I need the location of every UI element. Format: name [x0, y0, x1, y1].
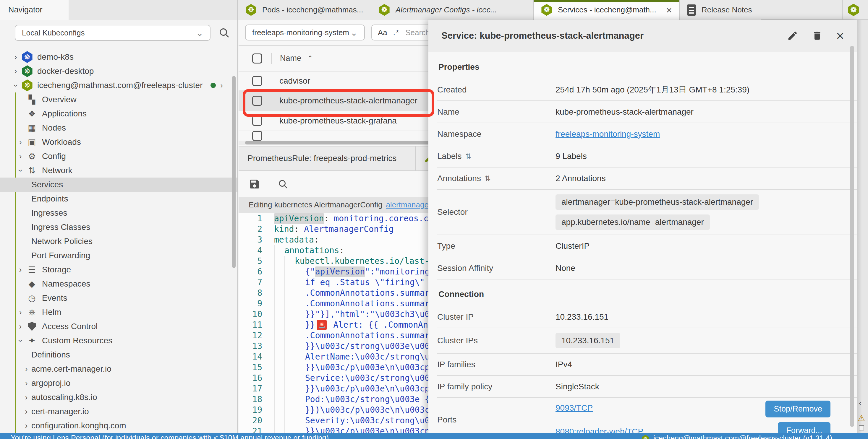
warning-icon[interactable]: ⚠: [858, 413, 865, 423]
indent-guide: [295, 426, 305, 433]
sidebar-item-namespaces[interactable]: ◆Namespaces: [0, 277, 238, 291]
sidebar-item-events[interactable]: ◷Events: [0, 291, 238, 305]
indent-guide: [274, 405, 284, 415]
stop-remove-button[interactable]: Stop/Remove: [766, 401, 831, 417]
chevron-down-icon: ⌄: [350, 28, 358, 38]
indent-guide: [274, 277, 284, 288]
tab-alertmanager-configs-icec[interactable]: ☸Alertmanager Configs - icec...: [371, 0, 534, 20]
row-checkbox[interactable]: [252, 76, 262, 86]
detail-row-ip-families: IP familiesIPv4: [437, 353, 857, 376]
sidebar-item-overview[interactable]: ▚Overview: [0, 93, 238, 107]
helm-icon: ⎈: [25, 307, 38, 317]
value-badge: alertmanager=kube-prometheus-stack-alert…: [556, 194, 759, 210]
line-number: 18: [239, 394, 274, 405]
tab-fragment[interactable]: ☸: [842, 0, 860, 20]
sidebar-item-services[interactable]: Services: [0, 177, 238, 192]
kubernetes-icon: ☸: [21, 79, 33, 91]
sidebar-item-acme-cert-manager-io[interactable]: ›acme.cert-manager.io: [0, 362, 238, 376]
detail-row-ip-family-policy: IP family policySingleStack: [437, 376, 857, 398]
sidebar-item-ingress-classes[interactable]: Ingress Classes: [0, 220, 238, 234]
line-number: 7: [239, 277, 274, 288]
row-checkbox[interactable]: [252, 131, 262, 141]
sidebar-item-storage[interactable]: ›☰Storage: [0, 263, 238, 277]
detail-row-type: TypeClusterIP: [437, 235, 857, 257]
indent-guide: [274, 415, 284, 426]
sidebar-item-custom-resources[interactable]: ›✦Custom Resources: [0, 334, 238, 348]
sidebar-item-icecheng-mathmast-com-freeleaps-cluster[interactable]: ›☸icecheng@mathmast.com@freeleaps-cluste…: [0, 78, 238, 93]
sidebar-item-nodes[interactable]: ▦Nodes: [0, 121, 238, 135]
close-drawer-icon[interactable]: ×: [836, 29, 844, 42]
line-number: 2: [239, 224, 274, 235]
sort-toggle-icon[interactable]: ⇅: [485, 174, 491, 182]
chevron-right-icon: ›: [221, 81, 223, 90]
tab-release-notes[interactable]: Release Notes: [680, 0, 761, 20]
drawer-scrollbar[interactable]: [850, 46, 854, 427]
column-header-name[interactable]: Name: [280, 54, 301, 63]
lens-app-window: Navigator ☸Pods - icecheng@mathmas...☸Al…: [0, 0, 868, 439]
toolbar-divider: [269, 176, 269, 192]
sidebar-item-ingresses[interactable]: Ingresses: [0, 206, 238, 220]
sidebar-item-applications[interactable]: ❖Applications: [0, 107, 238, 121]
port-link-9093-tcp[interactable]: 9093/TCP: [556, 403, 643, 413]
sort-ascending-icon[interactable]: ⌃: [307, 54, 313, 63]
indent-guide: [295, 267, 305, 277]
search-icon[interactable]: [218, 27, 230, 39]
detail-label: Session Affinity: [437, 264, 556, 273]
sidebar-item-network-policies[interactable]: Network Policies: [0, 234, 238, 248]
detail-row-labels: Labels⇅9 Labels: [437, 145, 857, 168]
port-link-8080-reloader-web-tcp[interactable]: 8080:reloader-web/TCP: [556, 427, 643, 433]
sidebar-item-docker-desktop[interactable]: ›☸docker-desktop: [0, 64, 238, 78]
sidebar-item-demo-k8s[interactable]: ›☸demo-k8s: [0, 50, 238, 64]
sidebar-item-cert-manager-io[interactable]: ›cert-manager.io: [0, 404, 238, 418]
tab-services-icecheng-math[interactable]: ☸Services - icecheng@math...×: [534, 0, 680, 20]
sidebar-item-definitions[interactable]: Definitions: [0, 348, 238, 362]
detail-row-ports: Ports9093/TCP8080:reloader-web/TCPStop/R…: [437, 398, 857, 433]
indent-guide: [274, 351, 284, 362]
indent-guide: [284, 319, 295, 330]
row-checkbox[interactable]: [252, 96, 262, 106]
kubernetes-icon: ☸: [847, 4, 860, 16]
sidebar-item-argoproj-io[interactable]: ›argoproj.io: [0, 376, 238, 390]
save-icon[interactable]: [249, 178, 260, 190]
namespace-select[interactable]: freeleaps-monitoring-system ⌄: [245, 25, 365, 40]
detail-label: Annotations⇅: [437, 174, 556, 183]
indent-guide: [284, 267, 295, 277]
navigator-panel-tab[interactable]: Navigator: [0, 0, 69, 20]
sidebar-item-configuration-konghq-com[interactable]: ›configuration.konghq.com: [0, 418, 238, 433]
sidebar-item-workloads[interactable]: ›▣Workloads: [0, 135, 238, 149]
namespace-link[interactable]: freeleaps-monitoring-system: [556, 129, 660, 139]
sidebar-item-autoscaling-k8s-io[interactable]: ›autoscaling.k8s.io: [0, 390, 238, 404]
edit-service-icon[interactable]: [787, 30, 798, 41]
indent-guide: [295, 298, 305, 309]
k8s-olive-icon: ☸: [21, 79, 34, 91]
alertmanager-config-link[interactable]: alertmanager: [386, 200, 431, 209]
match-case-icon[interactable]: Aa: [378, 28, 387, 37]
select-all-checkbox[interactable]: [252, 54, 262, 64]
line-number: 8: [239, 288, 274, 298]
value-badge: 10.233.16.151: [556, 333, 620, 348]
tab-pods-icecheng-mathmas[interactable]: ☸Pods - icecheng@mathmas...: [238, 0, 371, 20]
regex-icon[interactable]: .*: [393, 28, 399, 37]
sidebar-scrollbar[interactable]: [232, 76, 236, 268]
sort-toggle-icon[interactable]: ⇅: [465, 152, 471, 160]
sidebar-item-endpoints[interactable]: Endpoints: [0, 192, 238, 206]
applications-icon: ❖: [25, 109, 38, 119]
shield-icon: [25, 322, 38, 331]
detail-row-session-affinity: Session AffinityNone: [437, 257, 857, 279]
forward-button[interactable]: Forward...: [778, 422, 831, 433]
sidebar-item-port-forwarding[interactable]: Port Forwarding: [0, 248, 238, 263]
indent-guide: [295, 277, 305, 288]
chevron-left-icon[interactable]: ‹: [859, 399, 862, 408]
kubeconfig-select[interactable]: Local Kubeconfigs ⌄: [15, 25, 211, 41]
row-checkbox[interactable]: [252, 116, 262, 126]
kubernetes-icon: ☸: [378, 4, 390, 16]
sidebar-item-helm[interactable]: ›⎈Helm: [0, 305, 238, 319]
section-heading-connection: Connection: [437, 279, 857, 306]
close-tab-icon[interactable]: ×: [666, 5, 672, 15]
sidebar-item-config[interactable]: ›⚙Config: [0, 149, 238, 163]
editor-search-icon[interactable]: [278, 179, 288, 189]
sidebar-item-access-control[interactable]: ›Access Control: [0, 319, 238, 334]
document-icon: [687, 4, 696, 16]
delete-service-icon[interactable]: [812, 30, 823, 41]
sidebar-item-network[interactable]: ›⇅Network: [0, 163, 238, 177]
